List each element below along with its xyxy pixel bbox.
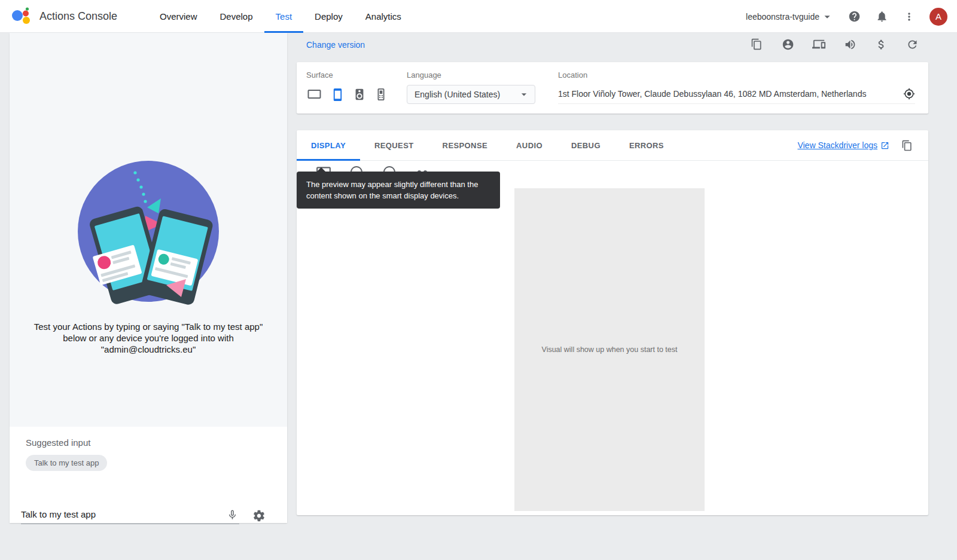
- help-icon[interactable]: [847, 10, 861, 24]
- visual-preview-area: Visual will show up when you start to te…: [514, 188, 705, 511]
- preview-tooltip: The preview may appear slightly differen…: [297, 172, 500, 209]
- test-panel-card: DISPLAY REQUEST RESPONSE AUDIO DEBUG ERR…: [297, 130, 928, 515]
- devices-icon[interactable]: [812, 38, 825, 51]
- language-label: Language: [407, 71, 535, 79]
- nav-overview[interactable]: Overview: [148, 0, 209, 33]
- chevron-down-icon: [821, 10, 834, 23]
- my-location-icon[interactable]: [903, 88, 915, 100]
- query-input-underline: [21, 506, 239, 524]
- tab-display[interactable]: DISPLAY: [297, 130, 360, 160]
- tab-response[interactable]: RESPONSE: [428, 130, 502, 160]
- project-name: leeboonstra-tvguide: [746, 12, 819, 22]
- change-version-link[interactable]: Change version: [306, 40, 365, 50]
- app-header: Actions Console Overview Develop Test De…: [0, 0, 957, 33]
- app-title: Actions Console: [39, 10, 117, 23]
- language-value: English (United States): [415, 90, 518, 99]
- surface-label: Surface: [306, 71, 388, 79]
- nav-analytics[interactable]: Analytics: [354, 0, 413, 33]
- chevron-down-icon: [518, 88, 530, 100]
- project-selector[interactable]: leeboonstra-tvguide: [746, 10, 834, 23]
- tab-audio[interactable]: AUDIO: [502, 130, 557, 160]
- test-tab-bar: DISPLAY REQUEST RESPONSE AUDIO DEBUG ERR…: [297, 130, 928, 161]
- surface-smart-display-icon[interactable]: [306, 87, 322, 102]
- header-right: leeboonstra-tvguide A: [746, 0, 947, 33]
- surface-feature-phone-icon[interactable]: [374, 88, 388, 101]
- more-vert-icon[interactable]: [902, 10, 916, 24]
- avatar[interactable]: A: [929, 8, 947, 26]
- settings-gear-icon[interactable]: [252, 509, 266, 522]
- nav-develop[interactable]: Develop: [209, 0, 264, 33]
- tab-debug[interactable]: DEBUG: [557, 130, 615, 160]
- simulator-toolbar: [750, 38, 919, 51]
- simulator-intro-area: Test your Actions by typing or saying "T…: [10, 33, 287, 427]
- location-input[interactable]: 1st Floor Viñoly Tower, Claude Debussyla…: [558, 84, 915, 104]
- nav-test[interactable]: Test: [264, 0, 304, 33]
- account-icon[interactable]: [781, 38, 794, 51]
- main-nav: Overview Develop Test Deploy Analytics: [148, 0, 413, 33]
- notifications-icon[interactable]: [874, 10, 889, 24]
- suggested-input-label: Suggested input: [26, 437, 287, 448]
- stackdriver-logs-link[interactable]: View Stackdriver logs: [797, 140, 889, 150]
- tab-request[interactable]: REQUEST: [360, 130, 428, 160]
- surface-phone-icon[interactable]: [331, 88, 345, 102]
- mic-icon[interactable]: [227, 509, 238, 521]
- refresh-icon[interactable]: [906, 38, 919, 51]
- money-icon[interactable]: [874, 38, 888, 51]
- surface-speaker-icon[interactable]: [353, 88, 366, 101]
- simulator-intro-text: Test your Actions by typing or saying "T…: [33, 321, 264, 355]
- nav-deploy[interactable]: Deploy: [303, 0, 354, 33]
- settings-card: Surface Language English (United States): [297, 62, 928, 114]
- preview-placeholder-text: Visual will show up when you start to te…: [542, 345, 678, 354]
- copy-icon[interactable]: [750, 38, 763, 51]
- simulator-input-area: Suggested input Talk to my test app: [10, 437, 287, 534]
- location-value: 1st Floor Viñoly Tower, Claude Debussyla…: [558, 89, 903, 99]
- copy-icon[interactable]: [901, 140, 913, 151]
- volume-icon[interactable]: [843, 38, 857, 51]
- open-in-new-icon: [880, 141, 889, 150]
- suggestion-chip[interactable]: Talk to my test app: [26, 455, 107, 471]
- query-input[interactable]: [21, 506, 239, 524]
- language-select[interactable]: English (United States): [407, 85, 535, 104]
- assistant-logo-icon: [11, 7, 31, 25]
- simulator-panel: Test your Actions by typing or saying "T…: [10, 33, 287, 523]
- location-label: Location: [558, 71, 915, 79]
- tab-errors[interactable]: ERRORS: [615, 130, 678, 160]
- phones-illustration: [77, 158, 220, 305]
